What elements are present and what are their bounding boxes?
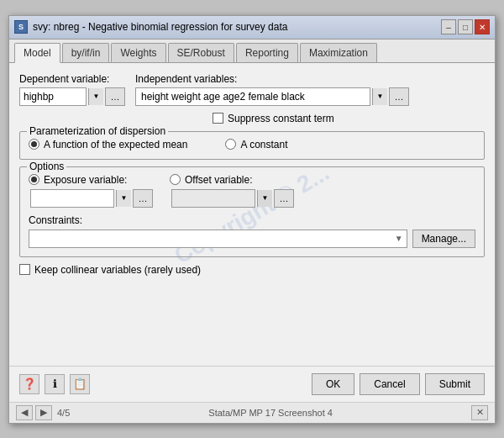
manage-button[interactable]: Manage... (412, 230, 475, 248)
nav-prev-button[interactable]: ◀ (16, 405, 33, 420)
nav-next-button[interactable]: ▶ (35, 405, 52, 420)
offset-option: Offset variable: ▼ … (170, 174, 294, 208)
tab-serobust[interactable]: SE/Robust (168, 43, 234, 62)
copy-button[interactable]: 📋 (70, 374, 90, 394)
variables-row: Dependent variable: highbp ▼ … Independe… (19, 73, 485, 106)
footer: ❓ ℹ 📋 OK Cancel Submit (9, 366, 495, 402)
tab-byifin[interactable]: by/if/in (62, 43, 110, 62)
constraints-select[interactable]: ▼ (29, 230, 407, 248)
radio-row: A function of the expected mean A consta… (29, 139, 475, 150)
status-text: Stata/MP MP 17 Screenshot 4 (70, 408, 471, 418)
radio-expected-mean-label: A function of the expected mean (44, 139, 187, 150)
exposure-dropdown[interactable]: ▼ (116, 190, 131, 207)
help-button[interactable]: ❓ (19, 374, 39, 394)
offset-browse[interactable]: … (274, 189, 294, 208)
suppress-label: Suppress constant term (228, 113, 334, 124)
exposure-label: Exposure variable: (44, 174, 127, 186)
tab-reporting[interactable]: Reporting (236, 43, 298, 62)
tab-maximization[interactable]: Maximization (300, 43, 377, 62)
cancel-button[interactable]: Cancel (360, 373, 419, 395)
constraints-section: Constraints: ▼ Manage... (29, 214, 475, 248)
info-button[interactable]: ℹ (45, 374, 65, 394)
keep-collinear-label: Keep collinear variables (rarely used) (34, 264, 201, 276)
main-window: S svy: nbreg - Negative binomial regress… (8, 15, 496, 424)
suppress-row: Suppress constant term (213, 113, 485, 124)
radio-exposure[interactable] (29, 174, 39, 185)
footer-buttons: OK Cancel Submit (312, 373, 485, 395)
independent-label: Independent variables: (135, 73, 409, 85)
exposure-value[interactable] (30, 189, 114, 208)
offset-value[interactable] (171, 189, 255, 208)
app-icon: S (14, 20, 28, 34)
dependent-group: Dependent variable: highbp ▼ … (19, 73, 125, 106)
radio-offset[interactable] (170, 174, 181, 185)
independent-dropdown[interactable]: ▼ (372, 88, 387, 105)
title-bar: S svy: nbreg - Negative binomial regress… (9, 16, 495, 40)
independent-value[interactable]: height weight age age2 female black (135, 87, 370, 106)
radio-constant[interactable] (225, 139, 236, 150)
keep-collinear-row: Keep collinear variables (rarely used) (19, 264, 485, 276)
dependent-dropdown[interactable]: ▼ (88, 88, 103, 105)
exposure-option: Exposure variable: ▼ … (29, 174, 153, 208)
maximize-button[interactable]: □ (458, 19, 473, 34)
offset-field-row: ▼ … (171, 189, 294, 208)
dependent-browse[interactable]: … (105, 87, 125, 106)
window-title: svy: nbreg - Negative binomial regressio… (33, 21, 287, 33)
suppress-checkbox[interactable] (213, 113, 223, 124)
model-content: Copyright © 2... Dependent variable: hig… (9, 63, 495, 366)
constraints-label: Constraints: (29, 214, 475, 226)
independent-field-row: height weight age age2 female black ▼ … (135, 87, 409, 106)
parameterization-label: Parameterization of dispersion (27, 125, 168, 137)
dependent-label: Dependent variable: (19, 73, 125, 85)
footer-icons: ❓ ℹ 📋 (19, 374, 90, 394)
nav-info: 4/5 (57, 408, 70, 418)
ok-button[interactable]: OK (312, 373, 354, 395)
independent-browse[interactable]: … (389, 87, 409, 106)
radio-expected-mean[interactable] (29, 139, 39, 150)
submit-button[interactable]: Submit (425, 373, 485, 395)
options-group-label: Options (27, 161, 66, 172)
offset-label: Offset variable: (185, 174, 252, 186)
tab-weights[interactable]: Weights (111, 43, 165, 62)
status-bar: ◀ ▶ 4/5 Stata/MP MP 17 Screenshot 4 ✕ (9, 402, 495, 423)
tab-bar: Model by/if/in Weights SE/Robust Reporti… (9, 40, 495, 63)
dependent-value[interactable]: highbp (19, 87, 87, 106)
offset-dropdown[interactable]: ▼ (257, 190, 272, 207)
minimize-button[interactable]: – (441, 19, 456, 34)
close-status-button[interactable]: ✕ (471, 405, 488, 420)
title-bar-left: S svy: nbreg - Negative binomial regress… (14, 20, 287, 34)
tab-model[interactable]: Model (14, 43, 60, 63)
keep-collinear-checkbox[interactable] (19, 264, 30, 275)
exposure-browse[interactable]: … (133, 189, 153, 208)
independent-group: Independent variables: height weight age… (135, 73, 409, 106)
exposure-field-row: ▼ … (30, 189, 153, 208)
options-group: Options Exposure variable: ▼ … (19, 166, 485, 257)
parameterization-group: Parameterization of dispersion A functio… (19, 131, 485, 160)
exposure-offset-row: Exposure variable: ▼ … Offset variable: (29, 174, 475, 208)
radio-constant-label: A constant (240, 139, 287, 150)
close-button[interactable]: ✕ (475, 19, 490, 34)
constraints-row: ▼ Manage... (29, 230, 475, 248)
dependent-field-row: highbp ▼ … (19, 87, 125, 106)
title-buttons: – □ ✕ (441, 19, 490, 34)
